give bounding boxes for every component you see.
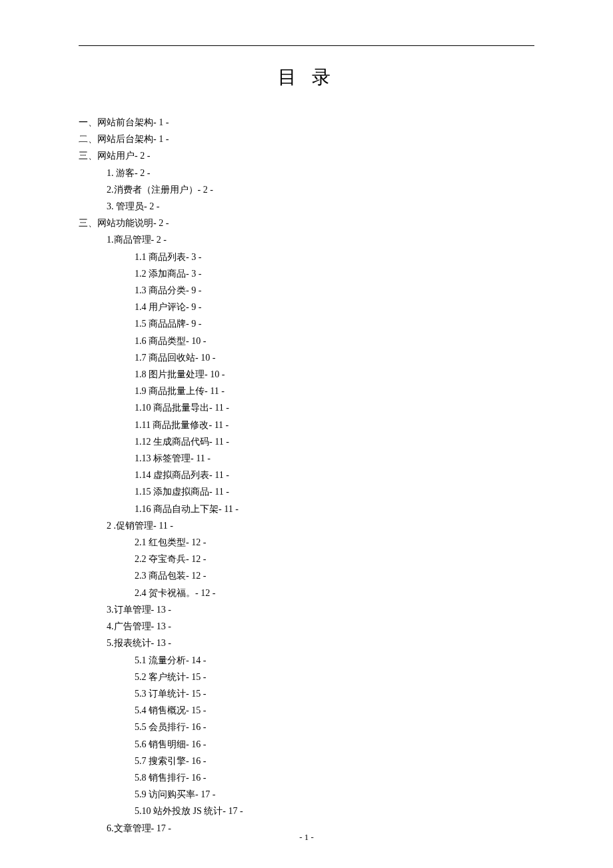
- toc-entry: 5.8 销售排行- 16 -: [79, 769, 534, 786]
- toc-entry: 1.5 商品品牌- 9 -: [79, 315, 534, 332]
- toc-entry: 三、网站功能说明- 2 -: [79, 215, 534, 231]
- toc-entry: 5.5 会员排行- 16 -: [79, 719, 534, 735]
- toc-entry: 5.1 流量分析- 14 -: [79, 652, 534, 669]
- toc-entry: 3.订单管理- 13 -: [79, 601, 534, 618]
- toc-entry: 5.10 站外投放 JS 统计- 17 -: [79, 803, 534, 819]
- toc-entry: 1.13 标签管理- 11 -: [79, 450, 534, 467]
- toc-entry: 2.消费者（注册用户）- 2 -: [79, 181, 534, 198]
- page-footer-number: - 1 -: [0, 832, 613, 843]
- toc-entry: 三、网站用户- 2 -: [79, 147, 534, 164]
- toc-entry: 一、网站前台架构- 1 -: [79, 114, 534, 131]
- toc-entry: 1.12 生成商品代码- 11 -: [79, 433, 534, 450]
- toc-entry: 5.2 客户统计- 15 -: [79, 669, 534, 685]
- toc-entry: 2.2 夺宝奇兵- 12 -: [79, 551, 534, 567]
- toc-entry: 1.11 商品批量修改- 11 -: [79, 417, 534, 433]
- toc-entry: 1.9 商品批量上传- 11 -: [79, 383, 534, 399]
- page-container: 目 录 一、网站前台架构- 1 -二、网站后台架构- 1 -三、网站用户- 2 …: [0, 0, 613, 837]
- toc-entry: 1.16 商品自动上下架- 11 -: [79, 501, 534, 517]
- toc-entry: 2.1 红包类型- 12 -: [79, 534, 534, 551]
- toc-entry: 1.6 商品类型- 10 -: [79, 333, 534, 349]
- table-of-contents: 一、网站前台架构- 1 -二、网站后台架构- 1 -三、网站用户- 2 -1. …: [79, 114, 534, 837]
- toc-entry: 1.15 添加虚拟商品- 11 -: [79, 483, 534, 500]
- toc-entry: 5.报表统计- 13 -: [79, 635, 534, 651]
- toc-entry: 二、网站后台架构- 1 -: [79, 131, 534, 147]
- toc-entry: 2 .促销管理- 11 -: [79, 517, 534, 534]
- toc-entry: 1.商品管理- 2 -: [79, 231, 534, 248]
- toc-entry: 5.7 搜索引擎- 16 -: [79, 753, 534, 769]
- toc-entry: 2.3 商品包装- 12 -: [79, 567, 534, 584]
- toc-entry: 5.6 销售明细- 16 -: [79, 736, 534, 753]
- toc-entry: 1.3 商品分类- 9 -: [79, 282, 534, 299]
- toc-entry: 1.7 商品回收站- 10 -: [79, 349, 534, 366]
- toc-entry: 5.9 访问购买率- 17 -: [79, 786, 534, 803]
- horizontal-rule: [79, 45, 534, 46]
- toc-entry: 1.14 虚拟商品列表- 11 -: [79, 467, 534, 483]
- toc-entry: 1. 游客- 2 -: [79, 165, 534, 181]
- toc-entry: 2.4 贺卡祝福。- 12 -: [79, 585, 534, 601]
- toc-entry: 5.4 销售概况- 15 -: [79, 702, 534, 719]
- toc-entry: 1.2 添加商品- 3 -: [79, 265, 534, 282]
- toc-entry: 1.8 图片批量处理- 10 -: [79, 366, 534, 383]
- toc-entry: 1.1 商品列表- 3 -: [79, 249, 534, 265]
- page-title: 目 录: [79, 65, 534, 90]
- toc-entry: 1.4 用户评论- 9 -: [79, 299, 534, 315]
- toc-entry: 1.10 商品批量导出- 11 -: [79, 399, 534, 416]
- toc-entry: 5.3 订单统计- 15 -: [79, 685, 534, 702]
- toc-entry: 3. 管理员- 2 -: [79, 198, 534, 215]
- toc-entry: 4.广告管理- 13 -: [79, 618, 534, 635]
